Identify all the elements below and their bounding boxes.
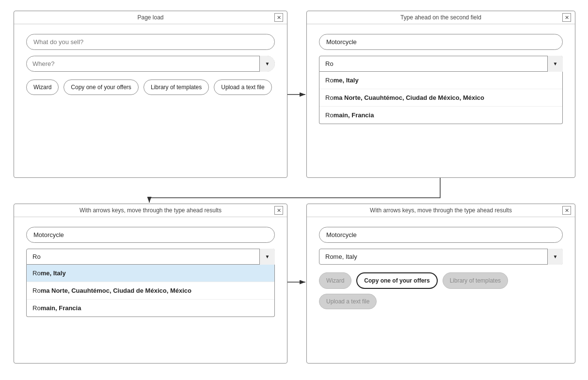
library-button-top-left[interactable]: Library of templates xyxy=(143,79,209,95)
panel-title-arrow-left: With arrows keys, move through the type … xyxy=(14,204,287,217)
panel-title-arrow-right: With arrows keys, move through the type … xyxy=(307,204,575,217)
action-buttons-bottom-right: Wizard Copy one of your offers Library o… xyxy=(319,272,563,309)
upload-button-bottom-right[interactable]: Upload a text file xyxy=(319,294,377,309)
library-button-bottom-right[interactable]: Library of templates xyxy=(443,272,508,289)
close-button-bottom-left[interactable]: ✕ xyxy=(274,206,283,215)
close-button-top-left[interactable]: ✕ xyxy=(274,13,283,22)
where-input-top-right[interactable] xyxy=(319,56,563,72)
panel-title-page-load: Page load ✕ xyxy=(14,11,287,24)
arrow-down-left xyxy=(149,178,440,203)
wizard-button-bottom-right[interactable]: Wizard xyxy=(319,272,351,289)
list-item[interactable]: Romain, Francia xyxy=(27,300,274,317)
action-buttons-top-left: Wizard Copy one of your offers Library o… xyxy=(26,79,275,95)
where-input-bottom-left[interactable] xyxy=(26,249,275,265)
copy-offers-button-top-left[interactable]: Copy one of your offers xyxy=(64,79,139,95)
dropdown-list-top-right: Rome, Italy Roma Norte, Cuauhtémoc, Ciud… xyxy=(319,72,563,124)
panel-arrow-keys-left: With arrows keys, move through the type … xyxy=(14,204,287,364)
list-item[interactable]: Roma Norte, Cuauhtémoc, Ciudad de México… xyxy=(319,89,562,107)
where-dropdown-arrow-bottom-left[interactable]: ▼ xyxy=(259,249,275,265)
where-dropdown-arrow-top-left[interactable]: ▼ xyxy=(259,56,275,72)
close-button-bottom-right[interactable]: ✕ xyxy=(562,206,571,215)
where-input-bottom-right[interactable] xyxy=(319,249,563,265)
panel-arrow-keys-right: With arrows keys, move through the type … xyxy=(306,204,575,364)
what-input-top-left[interactable] xyxy=(26,34,275,50)
list-item[interactable]: Romain, Francia xyxy=(319,107,562,124)
panel-title-type-ahead: Type ahead on the second field ✕ xyxy=(307,11,575,24)
where-input-top-left[interactable] xyxy=(26,56,275,72)
list-item[interactable]: Rome, Italy xyxy=(319,72,562,89)
where-dropdown-arrow-bottom-right[interactable]: ▼ xyxy=(547,249,563,265)
what-input-bottom-left[interactable] xyxy=(26,227,275,243)
upload-button-top-left[interactable]: Upload a text file xyxy=(214,79,271,95)
copy-offers-button-bottom-right[interactable]: Copy one of your offers xyxy=(356,272,437,289)
what-input-top-right[interactable] xyxy=(319,34,563,50)
what-input-bottom-right[interactable] xyxy=(319,227,563,243)
close-button-top-right[interactable]: ✕ xyxy=(562,13,571,22)
list-item[interactable]: Roma Norte, Cuauhtémoc, Ciudad de México… xyxy=(27,282,274,300)
panel-type-ahead: Type ahead on the second field ✕ ▼ Rome,… xyxy=(306,11,575,178)
where-dropdown-arrow-top-right[interactable]: ▼ xyxy=(547,56,563,72)
list-item[interactable]: Rome, Italy xyxy=(27,265,274,282)
dropdown-list-bottom-left: Rome, Italy Roma Norte, Cuauhtémoc, Ciud… xyxy=(26,265,275,317)
panel-page-load: Page load ✕ ▼ Wizard Copy one of your of… xyxy=(14,11,287,178)
wizard-button-top-left[interactable]: Wizard xyxy=(26,79,59,95)
